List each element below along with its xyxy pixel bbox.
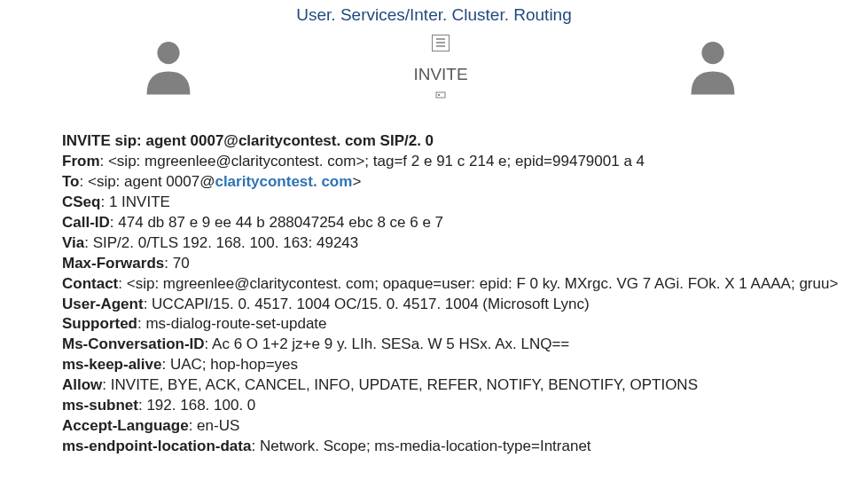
sip-to-highlight: claritycontest. com — [215, 173, 352, 190]
sip-ms-endpoint-location-data: ms-endpoint-location-data: Network. Scop… — [62, 437, 868, 457]
sip-allow-value: : INVITE, BYE, ACK, CANCEL, INFO, UPDATE… — [102, 376, 698, 393]
server-bottom-icon — [435, 86, 446, 102]
user-right-icon — [682, 35, 744, 101]
page-title: User. Services/Inter. Cluster. Routing — [0, 0, 868, 25]
sip-to-name: To — [62, 173, 80, 190]
sip-user-agent: User-Agent: UCCAPI/15. 0. 4517. 1004 OC/… — [62, 295, 868, 315]
sip-contact-value: : <sip: mgreenlee@claritycontest. com; o… — [118, 275, 838, 292]
sip-accept-language: Accept-Language: en-US — [62, 416, 868, 437]
diagram-row: INVITE — [0, 25, 868, 105]
sip-contact-name: Contact — [62, 275, 118, 292]
sip-accept-language-value: : en-US — [189, 417, 240, 434]
sip-ms-conversation-id-value: : Ac 6 O 1+2 jz+e 9 y. LIh. SESa. W 5 HS… — [205, 335, 570, 352]
sip-ms-keep-alive-name: ms-keep-alive — [62, 356, 161, 373]
sip-cseq-name: CSeq — [62, 193, 100, 210]
sip-to-suffix: > — [352, 173, 361, 190]
sip-ms-conversation-id-name: Ms-Conversation-ID — [62, 335, 205, 352]
user-left-icon — [137, 35, 199, 101]
svg-point-7 — [701, 42, 723, 64]
sip-ms-endpoint-location-data-value: : Network. Scope; ms-media-location-type… — [251, 438, 590, 454]
sip-call-id-value: : 474 db 87 e 9 ee 44 b 288047254 ebc 8 … — [110, 214, 443, 231]
svg-point-0 — [157, 42, 179, 64]
sip-call-id: Call-ID: 474 db 87 e 9 ee 44 b 288047254… — [62, 213, 868, 233]
sip-ms-keep-alive: ms-keep-alive: UAC; hop-hop=yes — [62, 355, 868, 375]
svg-rect-5 — [436, 92, 445, 98]
sip-max-forwards: Max-Forwards: 70 — [62, 254, 868, 274]
sip-from-value: : <sip: mgreenlee@claritycontest. com>; … — [100, 153, 645, 170]
sip-ms-subnet-name: ms-subnet — [62, 397, 138, 414]
sip-user-agent-value: : UCCAPI/15. 0. 4517. 1004 OC/15. 0. 451… — [144, 296, 590, 312]
sip-from-name: From — [62, 153, 100, 170]
server-top-icon — [432, 35, 450, 63]
invite-label: INVITE — [413, 65, 467, 84]
sip-accept-language-name: Accept-Language — [62, 417, 189, 434]
sip-via-value: : SIP/2. 0/TLS 192. 168. 100. 163: 49243 — [84, 234, 358, 251]
sip-call-id-name: Call-ID — [62, 214, 110, 231]
sip-to-prefix: : <sip: agent 0007@ — [80, 173, 215, 190]
sip-from: From: <sip: mgreenlee@claritycontest. co… — [62, 152, 868, 172]
sip-max-forwards-value: : 70 — [164, 255, 189, 272]
sip-to: To: <sip: agent 0007@claritycontest. com… — [62, 172, 868, 193]
sip-max-forwards-name: Max-Forwards — [62, 255, 164, 272]
center-server: INVITE — [413, 35, 467, 102]
sip-ms-conversation-id: Ms-Conversation-ID: Ac 6 O 1+2 jz+e 9 y.… — [62, 335, 868, 355]
sip-supported-value: : ms-dialog-route-set-update — [137, 315, 327, 332]
sip-via-name: Via — [62, 234, 84, 251]
sip-headers-block: INVITE sip: agent 0007@claritycontest. c… — [0, 105, 868, 457]
sip-cseq: CSeq: 1 INVITE — [62, 193, 868, 213]
sip-allow-name: Allow — [62, 376, 102, 393]
sip-request-line: INVITE sip: agent 0007@claritycontest. c… — [62, 131, 868, 152]
sip-ms-endpoint-location-data-name: ms-endpoint-location-data — [62, 438, 251, 454]
sip-allow: Allow: INVITE, BYE, ACK, CANCEL, INFO, U… — [62, 375, 868, 396]
sip-ms-keep-alive-value: : UAC; hop-hop=yes — [161, 356, 298, 373]
sip-user-agent-name: User-Agent — [62, 296, 144, 312]
sip-supported-name: Supported — [62, 315, 137, 332]
sip-ms-subnet: ms-subnet: 192. 168. 100. 0 — [62, 396, 868, 416]
svg-rect-6 — [438, 94, 440, 96]
sip-cseq-value: : 1 INVITE — [100, 193, 169, 210]
sip-ms-subnet-value: : 192. 168. 100. 0 — [138, 397, 255, 414]
sip-supported: Supported: ms-dialog-route-set-update — [62, 314, 868, 335]
sip-via: Via: SIP/2. 0/TLS 192. 168. 100. 163: 49… — [62, 233, 868, 254]
sip-contact: Contact: <sip: mgreenlee@claritycontest.… — [62, 274, 868, 295]
